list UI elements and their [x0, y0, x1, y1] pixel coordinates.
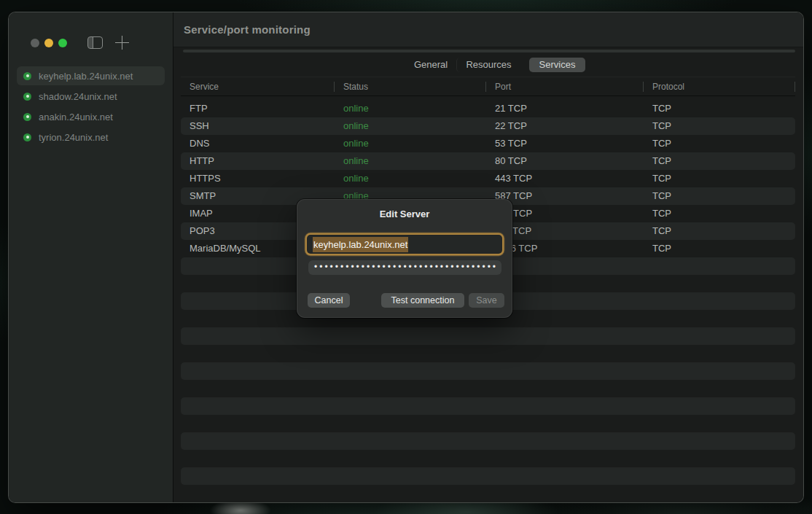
cell-protocol: TCP — [644, 170, 795, 187]
sidebar-toggle-icon[interactable] — [87, 36, 103, 49]
server-label: shadow.24unix.net — [39, 91, 117, 102]
server-status-icon — [23, 113, 31, 121]
table-row-empty — [181, 415, 795, 432]
table-row-ssh[interactable]: SSHonline22 TCPTCP — [181, 117, 795, 135]
server-list: keyhelp.lab.24unix.netshadow.24unix.neta… — [17, 66, 165, 148]
table-header: ServiceStatusPortProtocol — [181, 77, 795, 96]
cell-port: 53 TCP — [486, 135, 644, 152]
column-header-port: Port — [486, 77, 644, 96]
close-window-button[interactable] — [31, 39, 39, 47]
server-label: keyhelp.lab.24unix.net — [39, 71, 133, 82]
cell-port: 80 TCP — [486, 152, 644, 170]
table-row-empty — [181, 345, 795, 362]
dialog-title: Edit Server — [297, 209, 512, 219]
cell-protocol: TCP — [644, 100, 795, 117]
table-row-dns[interactable]: DNSonline53 TCPTCP — [181, 135, 795, 152]
cell-status: online — [335, 135, 486, 152]
cell-port: 21 TCP — [486, 100, 644, 117]
tab-bar: GeneralResourcesServices — [405, 58, 585, 72]
test-connection-button[interactable]: Test connection — [381, 293, 464, 308]
scroll-edge-divider — [183, 50, 795, 52]
server-label: anakin.24unix.net — [39, 112, 113, 122]
toolbar: Service/port monitoring — [173, 12, 803, 47]
sidebar-item-keyhelp-lab-24unix-net[interactable]: keyhelp.lab.24unix.net — [17, 66, 165, 85]
cell-protocol: TCP — [644, 117, 795, 135]
cell-protocol: TCP — [644, 187, 795, 205]
sidebar-item-shadow-24unix-net[interactable]: shadow.24unix.net — [17, 87, 165, 106]
cell-service: HTTP — [181, 152, 335, 170]
server-status-icon — [23, 133, 31, 141]
window-controls — [31, 39, 67, 47]
cell-protocol: TCP — [644, 222, 795, 240]
column-header-status: Status — [335, 77, 486, 96]
cell-service: FTP — [181, 100, 335, 117]
cell-protocol: TCP — [644, 205, 795, 222]
cell-status: online — [335, 152, 486, 170]
cell-port: 443 TCP — [486, 170, 644, 187]
sidebar-toggle-pane — [88, 37, 93, 48]
server-name-input[interactable]: keyhelp.lab.24unix.net — [308, 235, 501, 253]
table-row-empty — [181, 467, 795, 485]
add-server-button[interactable] — [115, 36, 129, 50]
table-row-empty — [181, 362, 795, 380]
server-status-icon — [23, 93, 31, 101]
table-row-empty — [181, 327, 795, 345]
zoom-window-button[interactable] — [58, 39, 67, 47]
sidebar: keyhelp.lab.24unix.netshadow.24unix.neta… — [9, 12, 173, 502]
table-row-empty — [181, 432, 795, 450]
page-title: Service/port monitoring — [184, 12, 803, 47]
table-row-empty — [181, 397, 795, 415]
table-row-empty — [181, 380, 795, 397]
tab-resources[interactable]: Resources — [456, 58, 520, 72]
table-row-https[interactable]: HTTPSonline443 TCPTCP — [181, 170, 795, 187]
cancel-button[interactable]: Cancel — [308, 293, 350, 308]
cell-port: 22 TCP — [486, 117, 644, 135]
server-status-icon — [23, 72, 31, 80]
password-input[interactable]: ••••••••••••••••••••••••••••••••••• — [308, 260, 501, 275]
cell-protocol: TCP — [644, 135, 795, 152]
tab-general[interactable]: General — [405, 58, 456, 72]
table-row-empty — [181, 450, 795, 467]
server-name-selected-text: keyhelp.lab.24unix.net — [313, 237, 408, 252]
edit-server-dialog: Edit Server keyhelp.lab.24unix.net •••••… — [297, 199, 512, 318]
column-header-protocol: Protocol — [644, 77, 795, 96]
minimize-window-button[interactable] — [44, 39, 53, 47]
column-header-service: Service — [181, 77, 335, 96]
cell-service: DNS — [181, 135, 335, 152]
cell-status: online — [335, 170, 486, 187]
cell-status: online — [335, 117, 486, 135]
save-button[interactable]: Save — [469, 293, 504, 308]
server-label: tyrion.24unix.net — [39, 132, 108, 143]
table-row-ftp[interactable]: FTPonline21 TCPTCP — [181, 100, 795, 117]
cell-status: online — [335, 100, 486, 117]
cell-protocol: TCP — [644, 152, 795, 170]
sidebar-item-tyrion-24unix-net[interactable]: tyrion.24unix.net — [17, 128, 165, 147]
cell-service: SSH — [181, 117, 335, 135]
tab-services[interactable]: Services — [529, 58, 585, 72]
table-row-http[interactable]: HTTPonline80 TCPTCP — [181, 152, 795, 170]
cell-service: HTTPS — [181, 170, 335, 187]
sidebar-item-anakin-24unix-net[interactable]: anakin.24unix.net — [17, 107, 165, 126]
cell-protocol: TCP — [644, 240, 795, 257]
